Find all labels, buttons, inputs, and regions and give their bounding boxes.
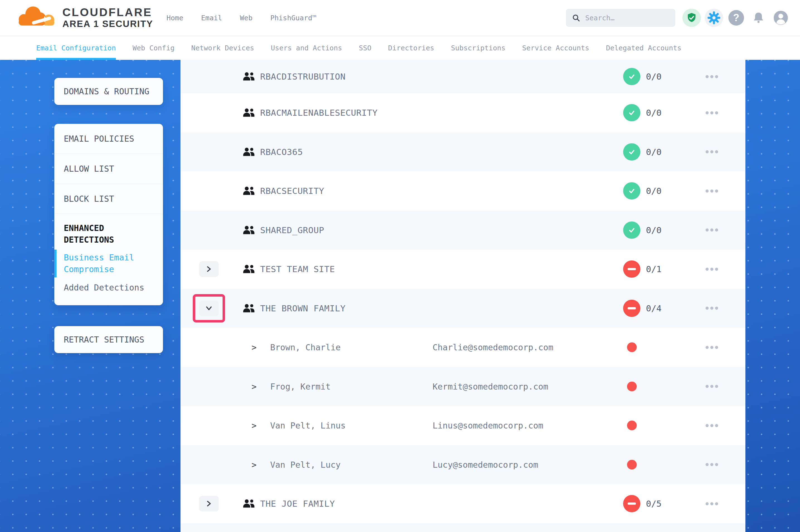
top-nav: HomeEmailWebPhishGuard™ [167,14,316,22]
row-menu-button[interactable] [699,185,724,196]
row-name: TEST TEAM SITE [260,264,335,274]
sidebar-card-retract-settings[interactable]: RETRACT SETTINGS [54,326,163,353]
status-badge [623,143,640,160]
tab-web-config[interactable]: Web Config [132,36,175,60]
tab-email-configuration[interactable]: Email Configuration [36,36,116,60]
tab-network-devices[interactable]: Network Devices [192,36,254,60]
tab-directories[interactable]: Directories [388,36,434,60]
sidebar-card-email-policies: EMAIL POLICIESALLOW LISTBLOCK LIST ENHAN… [54,124,163,305]
help-icon[interactable]: ? [727,8,745,27]
row-email: Linus@somedemocorp.com [433,421,543,431]
group-icon [242,264,255,274]
right-decoration-panel [745,60,800,532]
status-count: 0/0 [646,186,661,196]
expand-button[interactable] [199,261,219,277]
row-menu-button[interactable] [699,225,724,236]
group-icon [242,146,255,157]
group-icon [242,498,255,509]
member-status-dot [627,381,637,391]
group-row: TEST TEAM SITE 0/1 [181,250,745,289]
top-nav-item[interactable]: Web [240,14,252,22]
status-badge [623,300,640,317]
group-row: THE JOE FAMILY 0/5 [181,484,745,524]
tab-service-accounts[interactable]: Service Accounts [522,36,589,60]
search-input[interactable] [585,14,669,22]
group-row: RBACMAILENABLESECURITY 0/0 [181,93,745,132]
cloudflare-logo[interactable]: CLOUDFLARE AREA 1 SECURITY [16,4,153,32]
sidebar-item-business-email-compromise[interactable]: Business Email Compromise [54,248,163,279]
row-menu-button[interactable] [699,381,724,392]
row-menu-button[interactable] [699,264,724,274]
row-menu-button[interactable] [699,146,724,157]
config-tab-bar: Email ConfigurationWeb ConfigNetwork Dev… [0,36,800,60]
group-row: RBACSECURITY 0/0 [181,171,745,211]
status-count: 0/1 [646,264,661,274]
status-badge [623,495,640,512]
brand-name: CLOUDFLARE [62,6,153,18]
sidebar-item-email-policies[interactable]: EMAIL POLICIES [54,124,163,154]
row-menu-button[interactable] [699,71,724,82]
sidebar-item-label: RETRACT SETTINGS [64,335,144,344]
status-count: 0/0 [646,225,661,235]
member-chevron-icon[interactable]: > [252,421,257,431]
row-email: Kermit@somedemocorp.com [433,381,548,391]
tab-sso[interactable]: SSO [359,36,371,60]
tab-delegated-accounts[interactable]: Delegated Accounts [606,36,681,60]
status-badge [623,182,640,200]
member-status-dot [627,343,637,352]
row-name: THE BROWN FAMILY [260,303,346,313]
group-icon [242,71,255,82]
settings-gear-icon[interactable] [705,8,723,27]
top-nav-item[interactable]: PhishGuard™ [270,14,316,22]
group-table: RBACDISTRUBUTION 0/0 RBACMAILENABLESECUR… [181,60,745,532]
account-avatar-icon[interactable] [771,8,790,27]
member-row: > Brown, Charlie Charlie@somedemocorp.co… [181,328,745,367]
status-count: 0/5 [646,499,661,509]
notifications-bell-icon[interactable] [749,8,768,27]
member-chevron-icon[interactable]: > [252,343,257,352]
expand-button[interactable] [199,301,219,316]
top-nav-item[interactable]: Home [167,14,183,22]
row-menu-button[interactable] [699,420,724,431]
sidebar-item-block-list[interactable]: BLOCK LIST [54,184,163,214]
left-decoration-panel: DOMAINS & ROUTING EMAIL POLICIESALLOW LI… [0,60,181,532]
sidebar-item-allow-list[interactable]: ALLOW LIST [54,154,163,184]
main-area: DOMAINS & ROUTING EMAIL POLICIESALLOW LI… [0,60,800,532]
row-menu-button[interactable] [699,342,724,353]
status-badge [623,104,640,121]
row-menu-button[interactable] [699,107,724,118]
row-name: Frog, Kermit [270,381,331,391]
sidebar-item-added-detections[interactable]: Added Detections [54,279,163,298]
row-menu-button[interactable] [699,303,724,314]
brand-subtitle: AREA 1 SECURITY [62,18,153,30]
row-name: THE JOE FAMILY [260,499,335,509]
status-count: 0/0 [646,147,661,157]
status-count: 0/4 [646,303,661,313]
status-badge [623,222,640,239]
tab-users-and-actions[interactable]: Users and Actions [271,36,342,60]
row-name: RBACO365 [260,147,303,157]
top-nav-item[interactable]: Email [201,14,222,22]
sidebar-card-domains-routing[interactable]: DOMAINS & ROUTING [54,78,163,105]
member-chevron-icon[interactable]: > [252,381,257,391]
security-shield-icon[interactable] [683,8,701,27]
brand-text: CLOUDFLARE AREA 1 SECURITY [62,6,153,30]
search-box[interactable] [566,9,675,27]
group-icon [242,303,255,314]
sidebar-item-label: DOMAINS & ROUTING [64,87,149,96]
row-menu-button[interactable] [699,498,724,509]
member-chevron-icon[interactable]: > [252,460,257,469]
row-menu-button[interactable] [699,459,724,470]
policy-items: EMAIL POLICIESALLOW LISTBLOCK LIST [54,124,163,214]
row-email: Lucy@somedemocorp.com [433,460,538,469]
tab-subscriptions[interactable]: Subscriptions [451,36,506,60]
header-icon-buttons: ? [683,8,790,27]
row-name: Brown, Charlie [270,343,341,352]
group-row: THE BROWN FAMILY 0/4 [181,289,745,328]
expand-button[interactable] [199,496,219,511]
cloudflare-cloud-icon [16,4,60,32]
row-name: RBACSECURITY [260,186,324,196]
status-count: 0/0 [646,108,661,118]
sidebar-section-enhanced-detections: ENHANCED DETECTIONS [54,214,163,248]
member-status-dot [627,421,637,431]
